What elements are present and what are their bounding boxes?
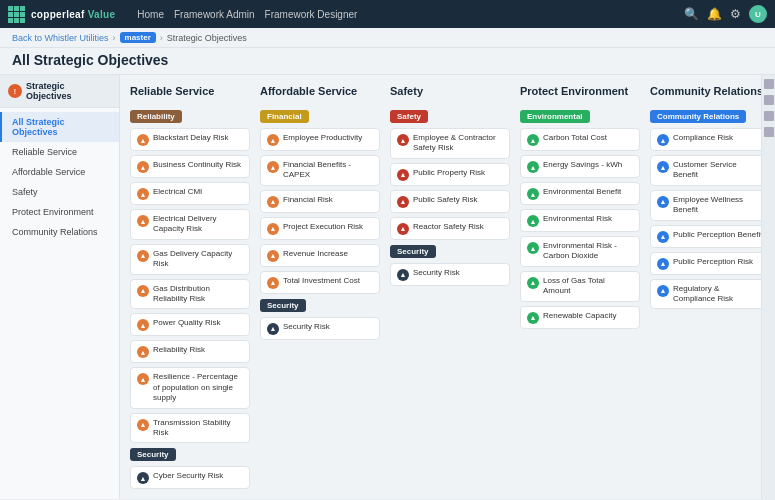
risk-card[interactable]: ▲Public Property Risk <box>390 163 510 186</box>
risk-card[interactable]: ▲Financial Risk <box>260 190 380 213</box>
category-badge-2-0: Safety <box>390 110 428 123</box>
risk-icon: ▲ <box>137 250 149 262</box>
risk-icon: ▲ <box>267 223 279 235</box>
app-logo: copperleaf Value <box>8 6 115 23</box>
risk-card[interactable]: ▲Financial Benefits - CAPEX <box>260 155 380 186</box>
right-tool-1[interactable] <box>764 79 774 89</box>
risk-label: Revenue Increase <box>283 249 348 259</box>
risk-card[interactable]: ▲Revenue Increase <box>260 244 380 267</box>
breadcrumb-current: Strategic Objectives <box>167 33 247 43</box>
risk-label: Security Risk <box>283 322 330 332</box>
sidebar-item-environment[interactable]: Protect Environment <box>0 202 119 222</box>
breadcrumb-back[interactable]: Back to Whistler Utilities <box>12 33 109 43</box>
risk-label: Energy Savings - kWh <box>543 160 622 170</box>
risk-card[interactable]: ▲Project Execution Risk <box>260 217 380 240</box>
risk-card[interactable]: ▲Public Perception Risk <box>650 252 761 275</box>
risk-label: Cyber Security Risk <box>153 471 223 481</box>
breadcrumb: Back to Whistler Utilities › master › St… <box>0 28 775 48</box>
risk-card[interactable]: ▲Reactor Safety Risk <box>390 217 510 240</box>
nav-framework-designer[interactable]: Framework Designer <box>265 9 358 20</box>
logo-grid-icon <box>8 6 25 23</box>
column-title-3: Protect Environment <box>520 85 640 101</box>
content-area: Reliable ServiceReliability▲Blackstart D… <box>120 75 761 499</box>
risk-card[interactable]: ▲Environmental Benefit <box>520 182 640 205</box>
risk-label: Gas Delivery Capacity Risk <box>153 249 243 270</box>
sidebar-nav: All Strategic Objectives Reliable Servic… <box>0 108 119 246</box>
risk-card[interactable]: ▲Electrical Delivery Capacity Risk <box>130 209 250 240</box>
nav-home[interactable]: Home <box>137 9 164 20</box>
settings-icon[interactable]: ⚙ <box>730 7 741 21</box>
risk-icon: ▲ <box>137 419 149 431</box>
right-tool-2[interactable] <box>764 95 774 105</box>
avatar[interactable]: U <box>749 5 767 23</box>
risk-card[interactable]: ▲Public Safety Risk <box>390 190 510 213</box>
risk-card[interactable]: ▲Regulatory & Compliance Risk <box>650 279 761 310</box>
right-panel <box>761 75 775 499</box>
sidebar-item-community[interactable]: Community Relations <box>0 222 119 242</box>
risk-icon: ▲ <box>137 188 149 200</box>
risk-card[interactable]: ▲Renewable Capacity <box>520 306 640 329</box>
risk-icon: ▲ <box>137 373 149 385</box>
risk-icon: ▲ <box>267 323 279 335</box>
risk-card[interactable]: ▲Environmental Risk - Carbon Dioxide <box>520 236 640 267</box>
risk-card[interactable]: ▲Carbon Total Cost <box>520 128 640 151</box>
page-title-bar: All Strategic Objectives <box>0 48 775 75</box>
search-icon[interactable]: 🔍 <box>684 7 699 21</box>
risk-label: Loss of Gas Total Amount <box>543 276 633 297</box>
risk-card[interactable]: ▲Reliability Risk <box>130 340 250 363</box>
risk-card[interactable]: ▲Employee & Contractor Safety Risk <box>390 128 510 159</box>
right-tool-4[interactable] <box>764 127 774 137</box>
right-tool-3[interactable] <box>764 111 774 121</box>
risk-card[interactable]: ▲Gas Distribution Reliability Risk <box>130 279 250 310</box>
risk-card[interactable]: ▲Gas Delivery Capacity Risk <box>130 244 250 275</box>
risk-card[interactable]: ▲Environmental Risk <box>520 209 640 232</box>
page-title: All Strategic Objectives <box>12 52 763 68</box>
risk-card[interactable]: ▲Energy Savings - kWh <box>520 155 640 178</box>
risk-card[interactable]: ▲Resilience - Percentage of population o… <box>130 367 250 408</box>
risk-icon: ▲ <box>267 161 279 173</box>
risk-icon: ▲ <box>527 277 539 289</box>
risk-icon: ▲ <box>657 258 669 270</box>
risk-card[interactable]: ▲Cyber Security Risk <box>130 466 250 489</box>
risk-icon: ▲ <box>527 188 539 200</box>
sidebar-item-affordable[interactable]: Affordable Service <box>0 162 119 182</box>
risk-icon: ▲ <box>267 277 279 289</box>
column-title-0: Reliable Service <box>130 85 250 101</box>
risk-card[interactable]: ▲Loss of Gas Total Amount <box>520 271 640 302</box>
risk-icon: ▲ <box>397 269 409 281</box>
risk-label: Total Investment Cost <box>283 276 360 286</box>
sidebar-item-safety[interactable]: Safety <box>0 182 119 202</box>
risk-label: Carbon Total Cost <box>543 133 607 143</box>
risk-card[interactable]: ▲Employee Productivity <box>260 128 380 151</box>
risk-icon: ▲ <box>527 134 539 146</box>
risk-card[interactable]: ▲Customer Service Benefit <box>650 155 761 186</box>
risk-card[interactable]: ▲Electrical CMI <box>130 182 250 205</box>
sidebar-item-all[interactable]: All Strategic Objectives <box>0 112 119 142</box>
risk-card[interactable]: ▲Security Risk <box>390 263 510 286</box>
risk-label: Environmental Benefit <box>543 187 621 197</box>
risk-card[interactable]: ▲Compliance Risk <box>650 128 761 151</box>
main-layout: ! Strategic Objectives All Strategic Obj… <box>0 75 775 499</box>
risk-label: Public Perception Benefit <box>673 230 761 240</box>
nav-framework-admin[interactable]: Framework Admin <box>174 9 255 20</box>
risk-label: Project Execution Risk <box>283 222 363 232</box>
risk-card[interactable]: ▲Power Quality Risk <box>130 313 250 336</box>
sidebar-item-reliable[interactable]: Reliable Service <box>0 142 119 162</box>
risk-label: Transmission Stability Risk <box>153 418 243 439</box>
risk-card[interactable]: ▲Blackstart Delay Risk <box>130 128 250 151</box>
risk-label: Public Safety Risk <box>413 195 477 205</box>
sidebar-header-icon: ! <box>8 84 22 98</box>
risk-card[interactable]: ▲Security Risk <box>260 317 380 340</box>
risk-label: Employee Productivity <box>283 133 362 143</box>
risk-card[interactable]: ▲Transmission Stability Risk <box>130 413 250 444</box>
risk-card[interactable]: ▲Business Continuity Risk <box>130 155 250 178</box>
risk-card[interactable]: ▲Public Perception Benefit <box>650 225 761 248</box>
risk-card[interactable]: ▲Total Investment Cost <box>260 271 380 294</box>
risk-icon: ▲ <box>267 134 279 146</box>
risk-icon: ▲ <box>527 242 539 254</box>
risk-icon: ▲ <box>137 285 149 297</box>
category-badge-2-1: Security <box>390 245 436 258</box>
risk-icon: ▲ <box>657 134 669 146</box>
bell-icon[interactable]: 🔔 <box>707 7 722 21</box>
risk-card[interactable]: ▲Employee Wellness Benefit <box>650 190 761 221</box>
